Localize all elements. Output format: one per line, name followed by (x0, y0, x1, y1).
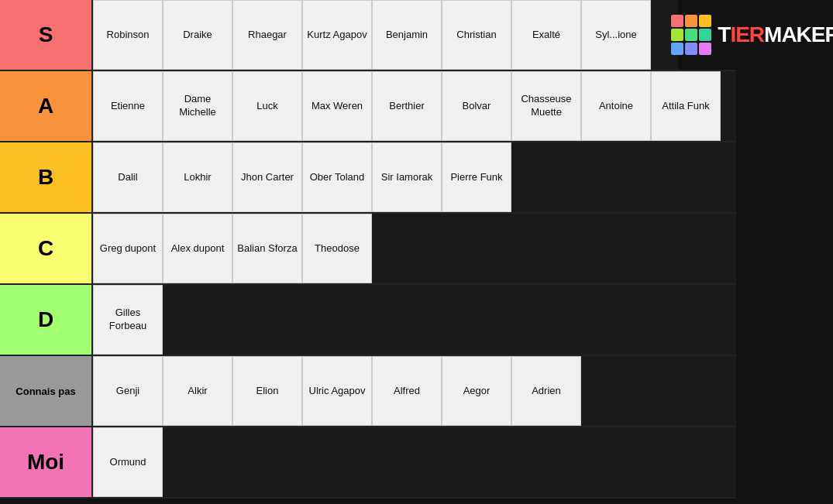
tier-item[interactable]: Berthier (372, 71, 442, 141)
tier-label-Moi: Moi (0, 427, 93, 497)
tier-item[interactable]: Dame Michelle (163, 71, 232, 141)
tier-items-Connais pas: GenjiAlkirElionUlric AgapovAlfredAegorAd… (93, 356, 736, 426)
tier-item[interactable]: Draike (163, 0, 232, 70)
tier-item[interactable]: Christian (442, 0, 511, 70)
logo-text: TIERMAKER (718, 22, 833, 47)
logo-grid (671, 15, 711, 55)
tier-item[interactable]: Genji (93, 356, 163, 426)
tier-item[interactable]: Ober Toland (302, 142, 372, 212)
tier-item[interactable]: Ulric Agapov (302, 356, 372, 426)
tier-item[interactable]: Dalil (93, 142, 163, 212)
tier-item[interactable]: Alkir (163, 356, 232, 426)
tier-item[interactable]: Pierre Funk (442, 142, 511, 212)
tier-label-D: D (0, 285, 93, 355)
tier-item[interactable]: Alfred (372, 356, 442, 426)
tier-row-D: DGilles Forbeau (0, 285, 736, 356)
tier-item[interactable]: Chasseuse Muette (511, 71, 581, 141)
tier-label-C: C (0, 214, 93, 283)
tier-row-A: AEtienneDame MichelleLuckMax WerenBerthi… (0, 71, 736, 142)
tier-list: SRobinsonDraikeRhaegarKurtz AgapovBenjam… (0, 0, 736, 499)
logo-grid-cell (699, 15, 711, 27)
tier-items-Moi: Ormund (93, 427, 736, 497)
tier-item[interactable]: Jhon Carter (232, 142, 302, 212)
tier-item[interactable]: Lokhir (163, 142, 232, 212)
logo-grid-cell (671, 29, 683, 41)
tier-items-C: Greg dupontAlex dupontBalian SforzaTheod… (93, 214, 736, 283)
tier-label-B: B (0, 142, 93, 212)
tier-row-Connais pas: Connais pasGenjiAlkirElionUlric AgapovAl… (0, 356, 736, 427)
tier-item[interactable]: Benjamin (372, 0, 442, 70)
tier-item[interactable]: Max Weren (302, 71, 372, 141)
tier-item[interactable]: Syl...ione (581, 0, 651, 70)
tier-row-S: SRobinsonDraikeRhaegarKurtz AgapovBenjam… (0, 0, 736, 71)
tier-item[interactable]: Aegor (442, 356, 511, 426)
tier-item[interactable]: Bolvar (442, 71, 511, 141)
logo-area: TIERMAKER (678, 0, 833, 70)
tier-item[interactable]: Greg dupont (93, 214, 163, 283)
logo-grid-cell (685, 15, 697, 27)
tier-item[interactable]: Alex dupont (163, 214, 232, 283)
tier-row-Moi: MoiOrmund (0, 427, 736, 499)
tier-label-S: S (0, 0, 93, 70)
tier-item[interactable]: Etienne (93, 71, 163, 141)
tier-item[interactable]: Elion (232, 356, 302, 426)
app-container: SRobinsonDraikeRhaegarKurtz AgapovBenjam… (0, 0, 833, 504)
tier-item[interactable]: Rhaegar (232, 0, 302, 70)
tier-items-B: DalilLokhirJhon CarterOber TolandSir Iam… (93, 142, 736, 212)
tier-item[interactable]: Theodose (302, 214, 372, 283)
logo-grid-cell (685, 29, 697, 41)
tier-items-A: EtienneDame MichelleLuckMax WerenBerthie… (93, 71, 736, 141)
tier-label-Connais pas: Connais pas (0, 356, 93, 426)
tier-row-C: CGreg dupontAlex dupontBalian SforzaTheo… (0, 214, 736, 285)
tier-item[interactable]: Adrien (511, 356, 581, 426)
tier-item[interactable]: Ormund (93, 427, 163, 497)
logo-grid-cell (699, 29, 711, 41)
tier-item[interactable]: Kurtz Agapov (302, 0, 372, 70)
tier-row-B: BDalilLokhirJhon CarterOber TolandSir Ia… (0, 142, 736, 214)
tier-item[interactable]: Luck (232, 71, 302, 141)
tier-item[interactable]: Attila Funk (651, 71, 721, 141)
tier-item[interactable]: Robinson (93, 0, 163, 70)
tier-item[interactable]: Exalté (511, 0, 581, 70)
logo-grid-cell (671, 43, 683, 55)
tier-label-A: A (0, 71, 93, 141)
tier-item[interactable]: Balian Sforza (232, 214, 302, 283)
tier-item[interactable]: Sir Iamorak (372, 142, 442, 212)
tier-item[interactable]: Gilles Forbeau (93, 285, 163, 355)
tier-items-S: RobinsonDraikeRhaegarKurtz AgapovBenjami… (93, 0, 736, 70)
logo-grid-cell (699, 43, 711, 55)
tier-item[interactable]: Antoine (581, 71, 651, 141)
tier-items-D: Gilles Forbeau (93, 285, 736, 355)
logo-grid-cell (685, 43, 697, 55)
logo-grid-cell (671, 15, 683, 27)
